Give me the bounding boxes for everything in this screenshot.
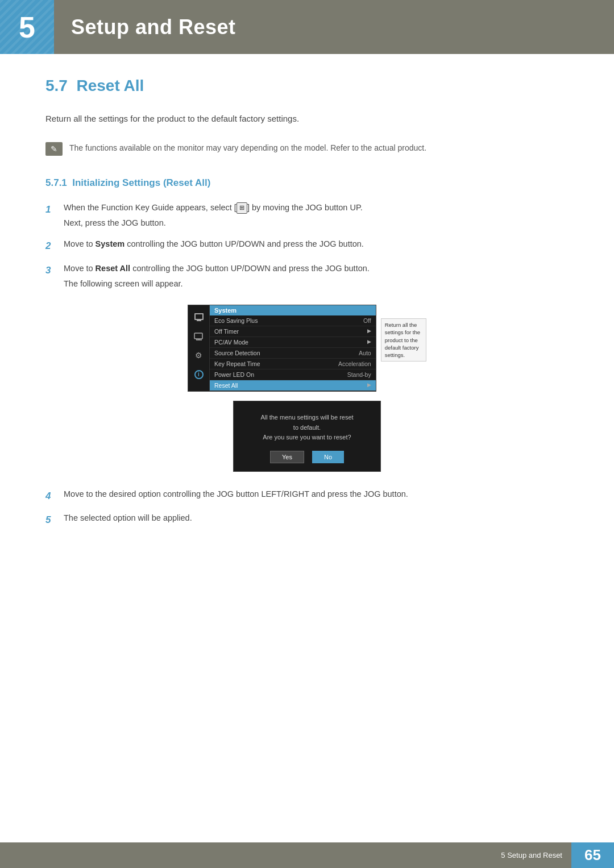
input-icon (194, 331, 204, 340)
footer-page-number: 65 (584, 846, 601, 864)
screenshot-container: ⚙ i System Eco Saving Plus Off (45, 305, 569, 472)
osd-value-3: Auto (359, 350, 371, 356)
osd-arrow-1: ▶ (367, 328, 371, 335)
svg-rect-0 (194, 333, 202, 339)
confirm-dialog: All the menu settings will be reset to d… (233, 401, 381, 472)
osd-main-panel: System Eco Saving Plus Off Off Timer ▶ (210, 305, 376, 391)
system-bold: System (96, 239, 125, 248)
osd-row-0: Eco Saving Plus Off (210, 315, 376, 326)
osd-row-reset: Reset All ▶ (210, 380, 376, 391)
info-icon: i (194, 370, 204, 379)
osd-row-4: Key Repeat Time Acceleration (210, 359, 376, 369)
step-3: 3 Move to Reset All controlling the JOG … (45, 262, 569, 290)
osd-row-5: Power LED On Stand-by (210, 369, 376, 380)
step-content-4: Move to the desired option controlling t… (64, 488, 569, 501)
osd-value-4: Acceleration (338, 360, 371, 367)
osd-row-2: PC/AV Mode ▶ (210, 337, 376, 348)
osd-sidebar: ⚙ i (188, 305, 210, 391)
osd-label-1: Off Timer (214, 328, 239, 335)
monitor-screenshot: ⚙ i System Eco Saving Plus Off (188, 305, 426, 472)
footer-page-block: 65 (571, 842, 614, 868)
chapter-header: 5 Setup and Reset (0, 0, 614, 54)
step-number-3: 3 (45, 262, 57, 278)
step-content-3: Move to Reset All controlling the JOG bu… (64, 262, 569, 290)
confirm-buttons: Yes No (244, 451, 370, 463)
osd-icon-input (193, 330, 205, 342)
osd-label-5: Power LED On (214, 371, 254, 378)
osd-icon-info: i (193, 369, 205, 380)
osd-title: System (210, 305, 376, 315)
osd-row-3: Source Detection Auto (210, 348, 376, 359)
step-number-2: 2 (45, 238, 57, 254)
step-content-5: The selected option will be applied. (64, 512, 569, 525)
step-sub-3: The following screen will appear. (64, 277, 569, 290)
step-number-5: 5 (45, 512, 57, 528)
chapter-number-block: 5 (0, 0, 54, 54)
steps-list-2: 4 Move to the desired option controlling… (45, 488, 569, 528)
step-content-1: When the Function Key Guide appears, sel… (64, 201, 569, 230)
kbd-icon: ⊞ (237, 202, 247, 214)
confirm-text: All the menu settings will be reset to d… (244, 413, 370, 443)
note-text: The functions available on the monitor m… (69, 142, 426, 154)
osd-rows: Eco Saving Plus Off Off Timer ▶ PC/AV Mo… (210, 315, 376, 391)
note-box: The functions available on the monitor m… (45, 137, 569, 160)
section-title: 5.7 Reset All (45, 77, 569, 95)
osd-outer-wrap: ⚙ i System Eco Saving Plus Off (188, 305, 426, 392)
osd-label-reset: Reset All (214, 382, 238, 389)
osd-label-3: Source Detection (214, 350, 260, 356)
gear-icon: ⚙ (195, 351, 202, 360)
chapter-number: 5 (19, 10, 35, 44)
osd-icon-gear: ⚙ (193, 350, 205, 361)
monitor-icon (194, 313, 204, 320)
step-1: 1 When the Function Key Guide appears, s… (45, 201, 569, 230)
osd-icon-monitor (193, 311, 205, 322)
osd-label-4: Key Repeat Time (214, 360, 260, 367)
osd-arrow-reset: ▶ (367, 382, 371, 389)
page-footer: 5 Setup and Reset 65 (0, 842, 614, 868)
osd-value-5: Stand-by (347, 371, 371, 378)
footer-text: 5 Setup and Reset (501, 851, 571, 859)
subsection-title: 5.7.1 Initializing Settings (Reset All) (45, 177, 569, 189)
osd-menu: ⚙ i System Eco Saving Plus Off (188, 305, 376, 392)
osd-label-0: Eco Saving Plus (214, 317, 258, 324)
reset-all-bold: Reset All (96, 264, 131, 273)
steps-list: 1 When the Function Key Guide appears, s… (45, 201, 569, 290)
step-5: 5 The selected option will be applied. (45, 512, 569, 528)
step-number-4: 4 (45, 488, 57, 504)
osd-label-2: PC/AV Mode (214, 339, 248, 346)
intro-text: Return all the settings for the product … (45, 112, 569, 126)
osd-row-1: Off Timer ▶ (210, 326, 376, 337)
step-number-1: 1 (45, 201, 57, 217)
main-content: 5.7 Reset All Return all the settings fo… (0, 77, 614, 587)
step-content-2: Move to System controlling the JOG butto… (64, 238, 569, 251)
note-icon (45, 142, 63, 156)
chapter-title-block: Setup and Reset (54, 0, 614, 54)
step-2: 2 Move to System controlling the JOG but… (45, 238, 569, 254)
step-4: 4 Move to the desired option controlling… (45, 488, 569, 504)
osd-arrow-2: ▶ (367, 339, 371, 346)
osd-tooltip: Return all the settings for the product … (381, 318, 426, 362)
confirm-yes-button[interactable]: Yes (270, 451, 304, 463)
confirm-no-button[interactable]: No (312, 451, 344, 463)
osd-value-0: Off (363, 317, 371, 324)
chapter-title: Setup and Reset (71, 15, 236, 39)
step-sub-1: Next, press the JOG button. (64, 217, 569, 230)
